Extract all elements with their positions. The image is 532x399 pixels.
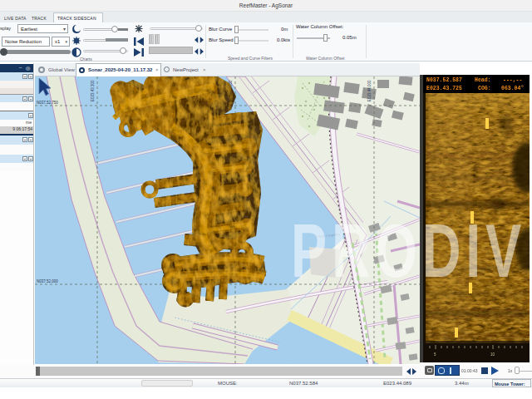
svg-text:COG:: COG: bbox=[478, 86, 491, 91]
svg-text:N037.52.750: N037.52.750 bbox=[37, 101, 58, 105]
svg-text:E023.44.000: E023.44.000 bbox=[367, 80, 372, 101]
svg-text:Head:: Head: bbox=[475, 77, 491, 83]
svg-text:---,--: ---,-- bbox=[503, 77, 522, 83]
svg-text:063.04°: 063.04° bbox=[501, 85, 524, 91]
svg-text:10: 10 bbox=[490, 352, 495, 357]
svg-text:N037.52.587: N037.52.587 bbox=[426, 77, 462, 83]
svg-text:E023.43.725: E023.43.725 bbox=[426, 86, 462, 91]
svg-text:E023.43.300: E023.43.300 bbox=[91, 80, 95, 101]
svg-text:N037.52.000: N037.52.000 bbox=[37, 279, 58, 283]
